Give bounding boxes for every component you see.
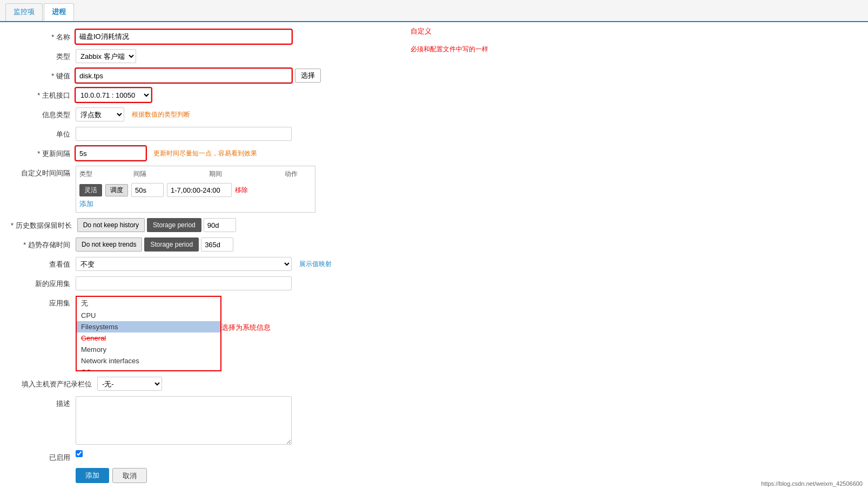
display-control: 不变 展示值映射	[76, 257, 332, 271]
appset-item-os[interactable]: OS	[77, 366, 220, 371]
appset-item-filesystems[interactable]: Filesystems	[77, 321, 220, 332]
new-appset-input[interactable]	[76, 276, 292, 290]
action-row: 添加 取消	[11, 468, 857, 483]
add-button[interactable]: 添加	[76, 468, 109, 483]
appset-item-memory[interactable]: Memory	[77, 344, 220, 355]
asset-label: 填入主机资产纪录栏位	[11, 377, 97, 389]
trend-control: Do not keep trends Storage period	[76, 237, 233, 252]
header-period: 期间	[209, 169, 279, 179]
interval-data-row: 灵活 调度 移除	[79, 183, 312, 197]
unit-input[interactable]	[76, 127, 292, 141]
infotype-control: 浮点数 根据数值的类型判断	[76, 107, 190, 121]
cancel-button[interactable]: 取消	[112, 468, 147, 483]
type-label: 类型	[11, 49, 76, 62]
appset-item-network[interactable]: Network interfaces	[77, 355, 220, 366]
display-label: 查看值	[11, 257, 76, 269]
action-spacer	[11, 468, 76, 471]
appset-list[interactable]: 无 CPU Filesystems General Memory Network…	[76, 296, 221, 371]
tab-monitor[interactable]: 监控项	[5, 3, 43, 21]
key-select-btn[interactable]: 选择	[295, 69, 321, 83]
appset-item-none[interactable]: 无	[77, 297, 220, 310]
trend-storage-btn[interactable]: Storage period	[144, 237, 199, 252]
type-control: Zabbix 客户端	[76, 49, 136, 63]
name-input[interactable]	[76, 30, 292, 44]
bottom-url: https://blog.csdn.net/weixm_42506600	[761, 480, 863, 487]
remove-interval-btn[interactable]: 移除	[235, 186, 248, 195]
asset-control: -无-	[97, 377, 162, 391]
trend-no-keep-btn[interactable]: Do not keep trends	[76, 237, 142, 252]
infotype-select[interactable]: 浮点数	[76, 107, 124, 121]
desc-textarea[interactable]	[76, 396, 292, 445]
header-interval: 间隔	[133, 169, 204, 179]
history-value-input[interactable]	[204, 218, 236, 232]
host-select[interactable]: 10.0.0.71 : 10050	[76, 88, 151, 102]
name-label: * 名称	[11, 30, 76, 42]
tab-process[interactable]: 进程	[44, 3, 74, 21]
key-control: 选择	[76, 69, 321, 83]
action-control: 添加 取消	[76, 468, 147, 483]
history-row: * 历史数据保留时长 Do not keep history Storage p…	[11, 218, 857, 232]
history-control: Do not keep history Storage period	[77, 218, 236, 232]
update-control: 更新时间尽量短一点，容易看到效果	[76, 146, 257, 160]
appset-item-general[interactable]: General	[77, 332, 220, 344]
display-link[interactable]: 展示值映射	[299, 260, 332, 269]
asset-row: 填入主机资产纪录栏位 -无-	[11, 377, 857, 391]
enabled-row: 已启用	[11, 450, 857, 463]
flex-btn[interactable]: 灵活	[79, 184, 102, 196]
history-label: * 历史数据保留时长	[11, 218, 77, 230]
type-row: 类型 Zabbix 客户端 必须和配置文件中写的一样	[11, 49, 857, 63]
key-label: * 键值	[11, 69, 76, 81]
host-control: 10.0.0.71 : 10050	[76, 88, 151, 102]
key-row: * 键值 选择	[11, 69, 857, 83]
appset-item-cpu[interactable]: CPU	[77, 310, 220, 321]
trend-row: * 趋势存储时间 Do not keep trends Storage peri…	[11, 237, 857, 252]
appset-label: 应用集	[11, 296, 76, 308]
enabled-label: 已启用	[11, 450, 76, 463]
appset-row: 应用集 无 CPU Filesystems General Memory Net…	[11, 296, 857, 371]
update-hint: 更新时间尽量短一点，容易看到效果	[153, 149, 257, 158]
enabled-checkbox[interactable]	[76, 450, 83, 457]
unit-row: 单位	[11, 127, 857, 141]
infotype-hint: 根据数值的类型判断	[132, 110, 190, 119]
interval-value-input[interactable]	[131, 183, 164, 197]
update-input[interactable]	[76, 146, 146, 160]
desc-row: 描述	[11, 396, 857, 445]
add-interval-btn[interactable]: 添加	[79, 199, 93, 209]
interval-range-input[interactable]	[167, 183, 232, 197]
custom-interval-label: 自定义时间间隔	[11, 166, 76, 178]
enabled-control	[76, 450, 83, 457]
tabs-bar: 监控项 进程	[0, 0, 868, 22]
desc-control	[76, 396, 292, 445]
infotype-label: 信息类型	[11, 107, 76, 120]
trend-value-input[interactable]	[201, 237, 233, 252]
header-type: 类型	[79, 169, 128, 179]
update-row: * 更新间隔 更新时间尽量短一点，容易看到效果	[11, 146, 857, 160]
desc-label: 描述	[11, 396, 76, 409]
hint-config: 必须和配置文件中写的一样	[411, 45, 488, 54]
infotype-row: 信息类型 浮点数 根据数值的类型判断	[11, 107, 857, 121]
new-appset-row: 新的应用集	[11, 276, 857, 290]
asset-select[interactable]: -无-	[97, 377, 162, 391]
appset-hint: 选择为系统信息	[221, 323, 271, 332]
host-label: * 主机接口	[11, 88, 76, 100]
appset-control: 无 CPU Filesystems General Memory Network…	[76, 296, 221, 371]
header-action: 动作	[285, 169, 312, 179]
type-select[interactable]: Zabbix 客户端	[76, 49, 136, 63]
unit-control	[76, 127, 292, 141]
name-row: * 名称 自定义	[11, 30, 857, 44]
schedule-btn[interactable]: 调度	[105, 184, 128, 196]
new-appset-control	[76, 276, 292, 290]
host-row: * 主机接口 10.0.0.71 : 10050	[11, 88, 857, 102]
new-appset-label: 新的应用集	[11, 276, 76, 289]
custom-interval-row: 自定义时间间隔 类型 间隔 期间 动作 灵活 调度 移除 添加	[11, 166, 857, 213]
interval-table: 类型 间隔 期间 动作 灵活 调度 移除 添加	[76, 166, 315, 213]
interval-header: 类型 间隔 期间 动作	[79, 169, 312, 181]
custom-interval-control: 类型 间隔 期间 动作 灵活 调度 移除 添加	[76, 166, 315, 213]
history-no-keep-btn[interactable]: Do not keep history	[77, 218, 145, 232]
display-select[interactable]: 不变	[76, 257, 292, 271]
history-storage-btn[interactable]: Storage period	[147, 218, 201, 232]
key-input[interactable]	[76, 69, 292, 83]
unit-label: 单位	[11, 127, 76, 139]
add-interval-wrap: 添加	[79, 199, 312, 209]
main-content: * 名称 自定义 类型 Zabbix 客户端 必须和配置文件中写的一样 * 键值…	[0, 22, 868, 489]
